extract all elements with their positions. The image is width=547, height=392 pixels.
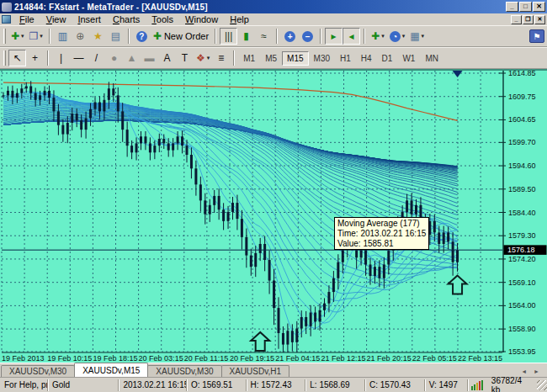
status-high: H: 1572.43 [247,379,306,391]
toolbar-separator [49,29,50,44]
fibonacci-button[interactable]: ≡ [212,50,230,66]
navigator-button[interactable]: ⊕ [72,28,89,45]
ellipse-button[interactable]: ● [105,50,123,66]
svg-text:1609.75: 1609.75 [508,93,536,101]
tooltip-time: Time: 2013.02.21 16:15 [337,229,426,239]
svg-text:1584.40: 1584.40 [508,209,536,217]
toolbar-separator [215,29,216,44]
bar-chart-button[interactable]: ||| [220,28,237,45]
new-chart-button[interactable]: ✚▾ [8,28,27,45]
chart-window-icon [2,15,11,24]
maximize-button[interactable]: □ [519,2,532,12]
menu-charts[interactable]: Charts [107,14,146,24]
zoom-in-button[interactable]: + [281,28,299,45]
chart-tab-bar: XAUUSDv,M30XAUUSDv,M15XAUUSDv,M30XAUUSDv… [0,363,547,377]
status-open: O: 1569.51 [187,379,247,391]
close-button[interactable]: ✕ [533,2,545,12]
rectangle-button[interactable]: ▬ [141,50,158,66]
svg-text:22 Feb 13:15: 22 Feb 13:15 [458,354,502,363]
new-order-button[interactable]: ✚New Order [151,28,211,45]
chart-tab-1[interactable]: XAUUSDv,M15 [74,363,148,377]
menu-tools[interactable]: Tools [146,14,179,24]
toolbar-grip [3,29,6,44]
svg-text:21 Feb 04:15: 21 Feb 04:15 [275,354,320,363]
menu-window[interactable]: Window [179,14,224,24]
indicators-button[interactable]: ✚▾ [369,28,387,45]
toolbar-separator [47,50,49,66]
zoom-out-button[interactable]: − [299,28,316,45]
community-icon[interactable]: ⚑ [529,29,544,43]
status-symbol: Gold [48,379,119,391]
svg-text:21 Feb 20:15: 21 Feb 20:15 [367,354,412,363]
status-time: 2013.02.21 16:15 [119,379,186,391]
svg-text:20 Feb 19:15: 20 Feb 19:15 [230,354,274,363]
timeframe-m1-button[interactable]: M1 [238,51,260,66]
chart-tab-0[interactable]: XAUUSDv,M30 [1,365,75,377]
terminal-button[interactable]: ★ [89,28,107,45]
svg-text:22 Feb 05:15: 22 Feb 05:15 [412,354,457,363]
toolbar-separator [276,29,278,44]
mdi-minimize-button[interactable]: _ [511,15,522,24]
candlestick-chart-button[interactable]: ▮ [237,28,255,45]
profiles-button[interactable]: ❐▾ [27,28,45,45]
market-watch-button[interactable]: ▥ [54,28,72,45]
timeframe-h4-button[interactable]: H4 [356,51,377,66]
toolbar-separator [364,29,365,44]
svg-text:1604.65: 1604.65 [508,115,536,124]
window-title: 214844: FXstart - MetaTrader - [XAUUSDv,… [14,3,506,12]
auto-scroll-button[interactable]: ▸ [325,28,343,45]
svg-text:19 Feb 10:15: 19 Feb 10:15 [47,354,92,363]
timeframe-mn-button[interactable]: MN [420,51,443,66]
menu-insert[interactable]: Insert [72,14,107,24]
status-traffic: 36782/4 kb [486,376,537,392]
price-chart[interactable]: 1614.851609.751604.651599.701594.601589.… [0,69,547,363]
svg-text:1558.90: 1558.90 [508,325,536,333]
chart-tab-2[interactable]: XAUUSDv,M30 [147,365,221,377]
arrows-button[interactable]: ❖▾ [194,50,212,66]
timeframe-w1-button[interactable]: W1 [397,51,420,66]
toolbar-grip [3,50,6,66]
crosshair-button[interactable]: + [26,50,44,66]
strategy-tester-button[interactable]: ▤ [107,28,125,45]
chart-tab-3[interactable]: XAUUSDv,H1 [221,365,290,377]
horizontal-line-button[interactable]: — [70,50,88,66]
toolbar-separator [128,29,130,44]
mdi-close-button[interactable]: ✕ [534,15,545,24]
timeframe-d1-button[interactable]: D1 [377,51,398,66]
line-chart-button[interactable]: ≈ [255,28,273,45]
timeframe-m5-button[interactable]: M5 [260,51,282,66]
timeframe-m15-button[interactable]: M15 [282,51,308,66]
text-label-button[interactable]: T [176,50,194,66]
text-button[interactable]: A [158,50,176,66]
title-bar: 214844: FXstart - MetaTrader - [XAUUSDv,… [0,0,547,13]
mdi-restore-button[interactable]: ❐ [523,15,534,24]
connection-status-icon [468,380,486,390]
menu-file[interactable]: File [13,14,40,24]
vertical-line-button[interactable]: | [52,50,70,66]
menu-view[interactable]: View [40,14,72,24]
triangle-button[interactable]: ▲ [123,50,141,66]
status-volume: V: 1497 [425,379,468,391]
periods-button[interactable]: ◔▾ [387,28,408,45]
templates-button[interactable]: ▦▾ [407,28,427,45]
tooltip-title: Moving Average (177) [337,219,426,229]
toolbar-separator [320,29,321,44]
timeframe-h1-button[interactable]: H1 [335,51,356,66]
trendline-button[interactable]: / [88,50,105,66]
timeframe-m30-button[interactable]: M30 [309,51,335,66]
chart-shift-button[interactable]: ◂ [343,28,360,45]
svg-text:1576.18: 1576.18 [507,246,535,254]
menu-help[interactable]: Help [224,14,255,24]
minimize-button[interactable]: _ [506,2,518,12]
tooltip-value: Value: 1585.81 [337,239,426,249]
resize-grip[interactable] [537,380,547,390]
svg-text:21 Feb 12:15: 21 Feb 12:15 [321,354,365,363]
svg-text:19 Feb 18:15: 19 Feb 18:15 [93,354,137,363]
cursor-button[interactable]: ↖ [8,50,26,66]
chart-area[interactable]: 1614.851609.751604.651599.701594.601589.… [0,69,547,363]
svg-text:1574.20: 1574.20 [508,255,536,263]
drawing-toolbar: ↖+|—/●▲▬AT❖▾≡ M1M5M15M30H1H4D1W1MN [0,47,547,69]
status-close: C: 1570.43 [365,379,425,391]
help-button[interactable]: ? [133,28,151,45]
status-bar: For Help, press Gold 2013.02.21 16:15 O:… [0,377,547,392]
